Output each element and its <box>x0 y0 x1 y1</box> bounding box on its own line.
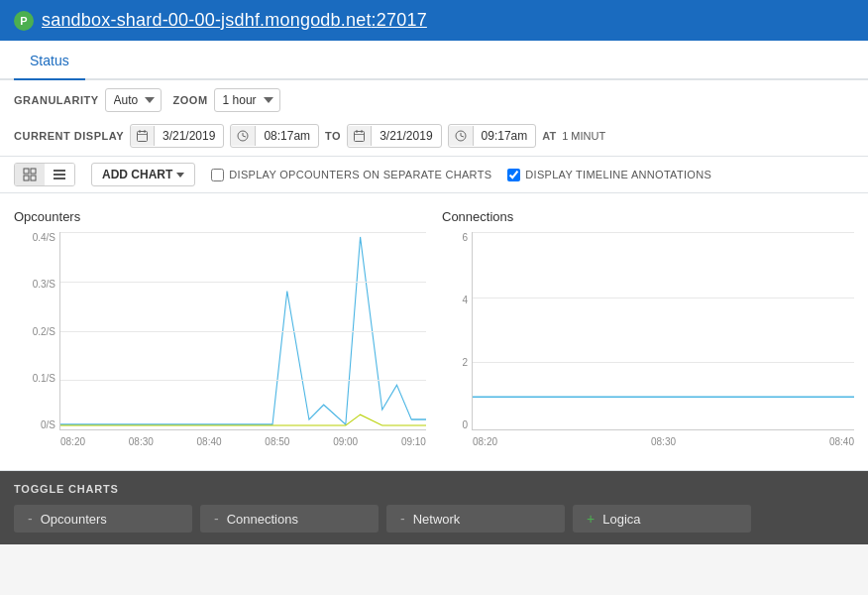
server-icon: P <box>14 11 34 31</box>
to-date-value[interactable]: 3/21/2019 <box>372 125 440 147</box>
zoom-label: ZOOM <box>173 94 208 106</box>
toggle-charts-section: TOGGLE CHARTS - Opcounters - Connections… <box>0 471 868 544</box>
chip-connections[interactable]: - Connections <box>200 505 379 533</box>
opcounters-checkbox-label[interactable]: DISPLAY OPCOUNTERS ON SEPARATE CHARTS <box>211 169 491 181</box>
timeline-checkbox[interactable] <box>507 169 520 181</box>
svg-line-6 <box>243 136 246 137</box>
to-date-group: 3/21/2019 <box>347 124 441 148</box>
chip-network-label: Network <box>413 512 461 527</box>
chip-opcounters-icon: - <box>28 511 33 527</box>
opcounters-chart-title: Opcounters <box>14 209 426 224</box>
from-date-value[interactable]: 3/21/2019 <box>155 125 223 147</box>
opcounters-x-axis: 08:20 08:30 08:40 08:50 09:00 09:10 <box>60 436 426 447</box>
at-label: AT <box>542 130 556 142</box>
toolbar-row2: ADD CHART DISPLAY OPCOUNTERS ON SEPARATE… <box>0 157 868 193</box>
timeline-checkbox-label[interactable]: DISPLAY TIMELINE ANNOTATIONS <box>507 169 711 181</box>
toggle-chips: - Opcounters - Connections - Network + L… <box>14 505 854 533</box>
chip-opcounters[interactable]: - Opcounters <box>14 505 192 533</box>
to-time-value[interactable]: 09:17am <box>474 125 536 147</box>
svg-rect-7 <box>355 132 365 142</box>
current-display-group: CURRENT DISPLAY 3/21/2019 08:17a <box>14 124 605 148</box>
to-time-group: 09:17am <box>448 124 537 148</box>
opcounters-chart-container: 08:20 08:30 08:40 08:50 09:00 09:10 <box>59 232 426 430</box>
svg-rect-14 <box>24 169 29 174</box>
toggle-charts-title: TOGGLE CHARTS <box>14 483 854 495</box>
chip-connections-icon: - <box>214 511 219 527</box>
opcounters-checkbox[interactable] <box>211 169 224 181</box>
opcounters-chart-panel: Opcounters 0.4/S 0.3/S 0.2/S 0.1/S 0/S <box>14 209 426 454</box>
title-bar: P sandbox-shard-00-00-jsdhf.mongodb.net:… <box>0 0 868 41</box>
charts-area: Opcounters 0.4/S 0.3/S 0.2/S 0.1/S 0/S <box>0 193 868 471</box>
connections-chart-container: 08:20 08:30 08:40 <box>472 232 854 430</box>
server-title[interactable]: sandbox-shard-00-00-jsdhf.mongodb.net:27… <box>42 10 427 31</box>
from-time-value[interactable]: 08:17am <box>256 125 318 147</box>
to-label: to <box>325 130 341 142</box>
chip-network[interactable]: - Network <box>386 505 565 533</box>
to-time-icon <box>449 126 474 146</box>
connections-chart-panel: Connections 6 4 2 0 08:2 <box>442 209 854 454</box>
view-toggle <box>14 163 75 186</box>
svg-line-13 <box>461 136 464 137</box>
svg-rect-15 <box>31 169 36 174</box>
svg-rect-17 <box>31 176 36 180</box>
granularity-select[interactable]: Auto <box>105 88 162 112</box>
granularity-label: GRANULARITY <box>14 94 99 106</box>
grid-view-button[interactable] <box>15 164 45 185</box>
connections-y-axis: 6 4 2 0 <box>444 232 468 430</box>
from-time-group: 08:17am <box>230 124 319 148</box>
chip-logical-icon: + <box>587 511 595 527</box>
connections-chart-title: Connections <box>442 209 854 224</box>
svg-rect-16 <box>24 176 29 180</box>
chip-logical-label: Logica <box>602 512 640 527</box>
zoom-group: ZOOM 1 hour <box>173 88 280 112</box>
svg-rect-0 <box>138 132 148 142</box>
opcounters-y-axis: 0.4/S 0.3/S 0.2/S 0.1/S 0/S <box>18 232 55 430</box>
chip-opcounters-label: Opcounters <box>41 512 107 527</box>
from-date-icon <box>131 126 155 146</box>
current-display-label: CURRENT DISPLAY <box>14 130 124 142</box>
connections-chart-inner <box>473 232 854 429</box>
granularity-group: GRANULARITY Auto <box>14 88 162 112</box>
list-view-button[interactable] <box>45 164 74 185</box>
add-chart-button[interactable]: ADD CHART <box>91 163 195 186</box>
toolbar-row1: GRANULARITY Auto ZOOM 1 hour CURRENT DIS… <box>0 80 868 157</box>
from-time-icon <box>231 126 256 146</box>
zoom-select[interactable]: 1 hour <box>214 88 280 112</box>
chip-network-icon: - <box>400 511 405 527</box>
from-date-group: 3/21/2019 <box>130 124 224 148</box>
opcounters-chart-inner <box>60 232 426 429</box>
to-date-icon <box>348 126 372 146</box>
chip-logical[interactable]: + Logica <box>573 505 751 533</box>
connections-x-axis: 08:20 08:30 08:40 <box>473 436 854 447</box>
minute-label: 1 MINUT <box>562 130 605 142</box>
tabs-bar: Status <box>0 41 868 80</box>
tab-status[interactable]: Status <box>14 41 85 80</box>
chip-connections-label: Connections <box>227 512 298 527</box>
